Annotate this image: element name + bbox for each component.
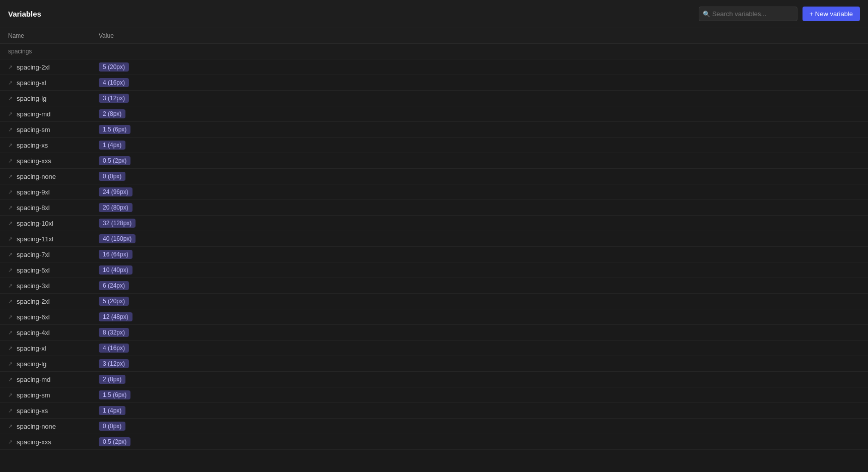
table-row[interactable]: ↗spacing-xl4 (16px) xyxy=(0,341,868,356)
variable-name: spacing-3xl xyxy=(17,282,50,290)
table-row[interactable]: ↗spacing-lg3 (12px) xyxy=(0,356,868,372)
row-name-cell: ↗spacing-lg xyxy=(8,360,99,368)
value-badge: 12 (48px) xyxy=(99,312,132,321)
value-badge: 5 (20px) xyxy=(99,297,129,306)
variable-icon: ↗ xyxy=(8,95,13,102)
row-value-cell: 20 (80px) xyxy=(99,203,132,212)
row-value-cell: 5 (20px) xyxy=(99,297,129,306)
row-name-cell: ↗spacing-none xyxy=(8,423,99,430)
variable-icon: ↗ xyxy=(8,80,13,86)
variable-icon: ↗ xyxy=(8,329,13,336)
variable-icon: ↗ xyxy=(8,376,13,383)
row-value-cell: 24 (96px) xyxy=(99,187,132,196)
value-badge: 0.5 (2px) xyxy=(99,437,130,446)
variable-name: spacing-sm xyxy=(17,126,50,133)
row-name-cell: ↗spacing-xl xyxy=(8,79,99,87)
variable-name: spacing-5xl xyxy=(17,266,50,274)
table-row[interactable]: ↗spacing-xs1 (4px) xyxy=(0,403,868,419)
row-value-cell: 4 (16px) xyxy=(99,344,129,353)
table-row[interactable]: ↗spacing-3xl6 (24px) xyxy=(0,278,868,294)
header: Variables 🔍 + New variable xyxy=(0,0,868,28)
variable-name: spacing-xs xyxy=(17,407,48,415)
variable-name: spacing-9xl xyxy=(17,188,50,196)
variable-name: spacing-10xl xyxy=(17,220,53,227)
row-name-cell: ↗spacing-7xl xyxy=(8,251,99,258)
table-row[interactable]: ↗spacing-7xl16 (64px) xyxy=(0,247,868,262)
variable-name: spacing-xxs xyxy=(17,438,51,446)
variable-icon: ↗ xyxy=(8,189,13,195)
table-row[interactable]: ↗spacing-xs1 (4px) xyxy=(0,138,868,153)
variable-name: spacing-4xl xyxy=(17,329,50,336)
value-badge: 40 (160px) xyxy=(99,234,136,243)
variable-icon: ↗ xyxy=(8,345,13,352)
row-name-cell: ↗spacing-md xyxy=(8,376,99,383)
variable-name: spacing-7xl xyxy=(17,251,50,258)
value-badge: 24 (96px) xyxy=(99,187,132,196)
table-row[interactable]: ↗spacing-xl4 (16px) xyxy=(0,75,868,91)
value-badge: 3 (12px) xyxy=(99,359,129,368)
row-value-cell: 2 (8px) xyxy=(99,375,125,384)
table-row[interactable]: ↗spacing-10xl32 (128px) xyxy=(0,216,868,231)
search-icon: 🔍 xyxy=(703,11,710,18)
table-row[interactable]: ↗spacing-8xl20 (80px) xyxy=(0,200,868,216)
variable-name: spacing-md xyxy=(17,376,50,383)
row-name-cell: ↗spacing-xs xyxy=(8,142,99,149)
variable-icon: ↗ xyxy=(8,158,13,164)
variable-name: spacing-6xl xyxy=(17,313,50,321)
variable-name: spacing-md xyxy=(17,110,50,118)
value-badge: 8 (32px) xyxy=(99,328,129,337)
table-row[interactable]: ↗spacing-xxs0.5 (2px) xyxy=(0,434,868,450)
variable-name: spacing-lg xyxy=(17,95,46,102)
row-value-cell: 16 (64px) xyxy=(99,250,132,259)
page-title: Variables xyxy=(8,10,41,18)
column-header-name: Name xyxy=(8,32,99,39)
value-badge: 10 (40px) xyxy=(99,265,132,275)
row-name-cell: ↗spacing-3xl xyxy=(8,282,99,290)
variable-icon: ↗ xyxy=(8,64,13,71)
value-badge: 1 (4px) xyxy=(99,406,125,415)
row-value-cell: 0.5 (2px) xyxy=(99,156,130,165)
table-row[interactable]: ↗spacing-xxs0.5 (2px) xyxy=(0,153,868,169)
value-badge: 0.5 (2px) xyxy=(99,156,130,165)
table-row[interactable]: ↗spacing-2xl5 (20px) xyxy=(0,59,868,75)
row-value-cell: 2 (8px) xyxy=(99,109,125,118)
variable-icon: ↗ xyxy=(8,267,13,274)
variable-icon: ↗ xyxy=(8,236,13,242)
row-name-cell: ↗spacing-2xl xyxy=(8,298,99,305)
table-row[interactable]: ↗spacing-2xl5 (20px) xyxy=(0,294,868,309)
variable-icon: ↗ xyxy=(8,392,13,398)
row-value-cell: 40 (160px) xyxy=(99,234,136,243)
row-name-cell: ↗spacing-5xl xyxy=(8,266,99,274)
row-name-cell: ↗spacing-10xl xyxy=(8,220,99,227)
variable-icon: ↗ xyxy=(8,111,13,117)
table-row[interactable]: ↗spacing-none0 (0px) xyxy=(0,419,868,434)
variable-name: spacing-xl xyxy=(17,345,46,352)
table-row[interactable]: ↗spacing-11xl40 (160px) xyxy=(0,231,868,247)
table-header: Name Value xyxy=(0,28,868,44)
row-name-cell: ↗spacing-9xl xyxy=(8,188,99,196)
table-row[interactable]: ↗spacing-4xl8 (32px) xyxy=(0,325,868,341)
table-row[interactable]: ↗spacing-md2 (8px) xyxy=(0,106,868,122)
table-row[interactable]: ↗spacing-5xl10 (40px) xyxy=(0,262,868,278)
table-row[interactable]: ↗spacing-md2 (8px) xyxy=(0,372,868,387)
search-input[interactable] xyxy=(699,7,797,21)
row-value-cell: 6 (24px) xyxy=(99,281,129,290)
table-row[interactable]: ↗spacing-9xl24 (96px) xyxy=(0,184,868,200)
row-value-cell: 0 (0px) xyxy=(99,172,125,181)
table-row[interactable]: ↗spacing-lg3 (12px) xyxy=(0,91,868,106)
row-name-cell: ↗spacing-sm xyxy=(8,391,99,399)
new-variable-button[interactable]: + New variable xyxy=(803,7,860,21)
variable-name: spacing-none xyxy=(17,423,56,430)
value-badge: 3 (12px) xyxy=(99,94,129,103)
table-row[interactable]: ↗spacing-sm1.5 (6px) xyxy=(0,387,868,403)
row-name-cell: ↗spacing-6xl xyxy=(8,313,99,321)
row-name-cell: ↗spacing-xs xyxy=(8,407,99,415)
table-row[interactable]: ↗spacing-6xl12 (48px) xyxy=(0,309,868,325)
table-row[interactable]: ↗spacing-sm1.5 (6px) xyxy=(0,122,868,138)
row-value-cell: 3 (12px) xyxy=(99,359,129,368)
table-row[interactable]: ↗spacing-none0 (0px) xyxy=(0,169,868,184)
value-badge: 0 (0px) xyxy=(99,422,125,431)
value-badge: 2 (8px) xyxy=(99,109,125,118)
variable-name: spacing-8xl xyxy=(17,204,50,212)
row-value-cell: 5 (20px) xyxy=(99,62,129,72)
